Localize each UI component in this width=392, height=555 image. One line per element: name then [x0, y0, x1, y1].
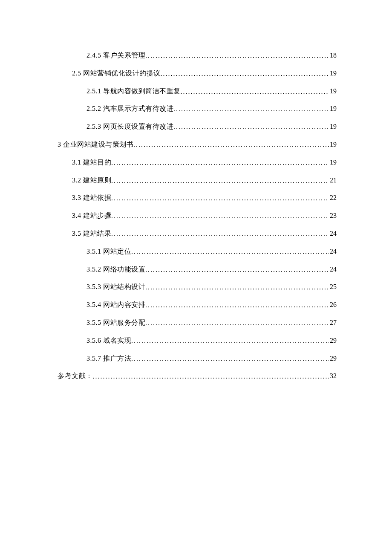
toc-entry-page: 24: [329, 247, 337, 256]
toc-dot-leader: [181, 87, 329, 96]
toc-entry-page: 19: [329, 122, 337, 131]
toc-entry: 参考文献： 32: [58, 372, 337, 381]
table-of-contents: 2.4.5 客户关系管理 18 2.5 网站营销优化设计的提议 19 2.5.1…: [58, 51, 337, 381]
toc-entry: 3.5.3 网站结构设计 25: [58, 283, 337, 292]
toc-dot-leader: [111, 212, 329, 221]
toc-dot-leader: [145, 301, 329, 310]
toc-entry: 3.5.1 网站定位 24: [58, 247, 337, 256]
toc-entry-label: 参考文献：: [58, 372, 93, 381]
toc-dot-leader: [145, 283, 329, 292]
toc-entry-label: 2.5.2 汽车展示方式有待改进: [86, 104, 173, 113]
toc-entry: 3.5.4 网站内容安排 26: [58, 301, 337, 309]
toc-entry-page: 29: [329, 354, 337, 363]
toc-entry-page: 27: [329, 318, 337, 327]
toc-entry-label: 3.2 建站原则: [72, 176, 111, 185]
toc-entry: 3.2 建站原则 21: [58, 176, 337, 185]
toc-entry-label: 3 企业网站建设与策划书: [58, 140, 133, 149]
toc-entry-page: 19: [329, 158, 337, 167]
toc-entry-label: 3.5.7 推广方法: [86, 354, 131, 363]
toc-entry: 2.4.5 客户关系管理 18: [58, 51, 337, 60]
toc-entry-page: 32: [329, 372, 337, 381]
toc-entry-label: 3.5.3 网站结构设计: [86, 283, 145, 292]
toc-dot-leader: [131, 248, 329, 257]
toc-dot-leader: [133, 141, 329, 150]
toc-entry: 3.5.6 域名实现 29: [58, 336, 337, 345]
toc-entry-page: 29: [329, 336, 337, 345]
toc-dot-leader: [145, 266, 329, 275]
toc-entry: 3 企业网站建设与策划书 19: [58, 140, 337, 149]
toc-entry-label: 3.5.4 网站内容安排: [86, 301, 145, 309]
toc-dot-leader: [173, 123, 329, 132]
toc-dot-leader: [93, 372, 329, 381]
toc-entry: 2.5 网站营销优化设计的提议 19: [58, 69, 337, 78]
toc-entry-page: 21: [329, 176, 337, 185]
toc-dot-leader: [131, 355, 329, 364]
toc-dot-leader: [111, 230, 329, 239]
toc-entry: 3.5.2 网络功能设置 24: [58, 265, 337, 274]
toc-entry-page: 19: [329, 87, 337, 96]
toc-entry-page: 19: [329, 140, 337, 149]
toc-entry-page: 19: [329, 69, 337, 78]
toc-dot-leader: [131, 337, 329, 346]
toc-entry: 3.3 建站依据 22: [58, 194, 337, 202]
toc-dot-leader: [161, 69, 329, 78]
toc-entry: 3.4 建站步骤 23: [58, 211, 337, 220]
toc-entry-label: 3.5.5 网站服务分配: [86, 318, 145, 327]
toc-entry: 2.5.3 网页长度设置有待改进 19: [58, 122, 337, 131]
toc-entry: 2.5.2 汽车展示方式有待改进 19: [58, 104, 337, 113]
toc-dot-leader: [173, 105, 329, 114]
toc-dot-leader: [111, 159, 329, 168]
toc-entry-page: 25: [329, 283, 337, 292]
toc-entry-label: 3.5 建站结果: [72, 229, 111, 238]
toc-dot-leader: [145, 319, 329, 328]
toc-entry-label: 3.4 建站步骤: [72, 211, 111, 220]
toc-entry-page: 24: [329, 265, 337, 274]
toc-dot-leader: [111, 194, 329, 203]
toc-entry-page: 22: [329, 194, 337, 202]
toc-entry: 2.5.1 导航内容做到简洁不重复 19: [58, 87, 337, 96]
toc-entry-page: 23: [329, 211, 337, 220]
toc-entry-label: 2.4.5 客户关系管理: [86, 51, 145, 60]
toc-entry-label: 3.5.6 域名实现: [86, 336, 131, 345]
toc-entry: 3.5 建站结果 24: [58, 229, 337, 238]
toc-entry-page: 24: [329, 229, 337, 238]
toc-entry-label: 3.3 建站依据: [72, 194, 111, 202]
toc-entry-page: 26: [329, 301, 337, 309]
toc-entry-label: 3.5.1 网站定位: [86, 247, 131, 256]
toc-entry-label: 2.5.1 导航内容做到简洁不重复: [86, 87, 181, 96]
toc-entry: 3.1 建站目的 19: [58, 158, 337, 167]
toc-dot-leader: [111, 176, 329, 185]
toc-entry-page: 19: [329, 104, 337, 113]
toc-entry-page: 18: [329, 51, 337, 60]
toc-entry-label: 3.1 建站目的: [72, 158, 111, 167]
toc-entry-label: 3.5.2 网络功能设置: [86, 265, 145, 274]
toc-entry-label: 2.5.3 网页长度设置有待改进: [86, 122, 173, 131]
toc-entry: 3.5.7 推广方法 29: [58, 354, 337, 363]
toc-dot-leader: [145, 52, 329, 61]
toc-entry: 3.5.5 网站服务分配 27: [58, 318, 337, 327]
toc-entry-label: 2.5 网站营销优化设计的提议: [72, 69, 161, 78]
